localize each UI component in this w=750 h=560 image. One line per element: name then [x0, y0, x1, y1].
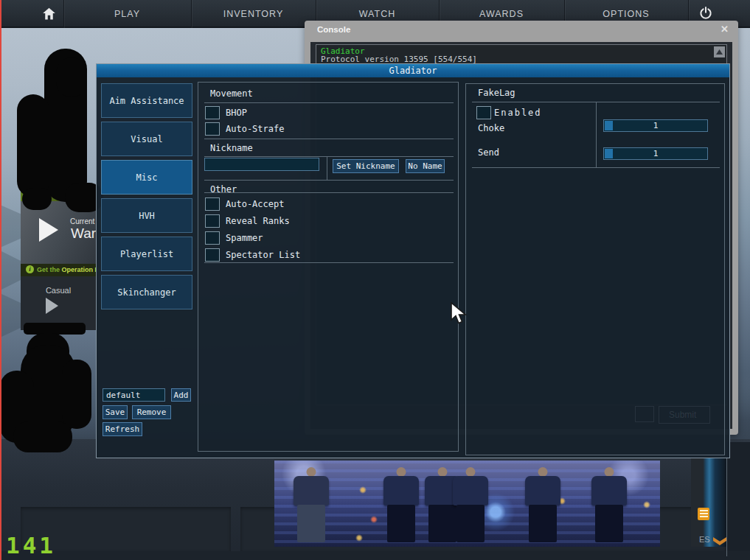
menu-title[interactable]: Gladiator [97, 64, 729, 77]
esports-team-photo [274, 461, 660, 547]
triangle-up-icon [716, 49, 723, 55]
home-icon[interactable] [41, 6, 57, 24]
watch-list-icon[interactable] [698, 508, 709, 520]
fakelag-panel: FakeLag Enabled Choke Send 1 1 [465, 83, 725, 455]
mouse-cursor [450, 302, 469, 327]
send-label: Send [478, 147, 499, 158]
remove-button[interactable]: Remove [132, 405, 171, 419]
game-screen: ES 141 Current War i Get the Operation P… [0, 0, 750, 560]
tab-misc[interactable]: Misc [101, 160, 192, 195]
tab-options[interactable]: OPTIONS [564, 9, 688, 19]
bottom-strip [0, 551, 750, 560]
checkbox-reveal-ranks-label: Reveal Ranks [226, 216, 290, 226]
checkbox-auto-accept-label: Auto-Accept [226, 199, 284, 209]
play-icon[interactable] [39, 218, 58, 242]
profile-name-input[interactable] [103, 388, 165, 402]
checkbox-reveal-ranks[interactable] [205, 214, 220, 228]
movement-header: Movement [210, 88, 253, 99]
choke-label: Choke [478, 123, 504, 133]
nickname-header: Nickname [210, 143, 253, 153]
checkbox-spammer[interactable] [205, 231, 220, 245]
tab-watch[interactable]: WATCH [316, 9, 439, 19]
right-dark-column [726, 442, 750, 560]
misc-content-panel: Movement BHOP Auto-Strafe Nickname Set N… [198, 82, 459, 452]
choke-slider[interactable]: 1 [603, 119, 708, 132]
checkbox-auto-strafe-label: Auto-Strafe [226, 124, 284, 134]
send-slider-value: 1 [604, 149, 707, 158]
ghost-field [635, 406, 654, 422]
fakelag-header: FakeLag [478, 88, 515, 98]
tab-inventory[interactable]: INVENTORY [191, 9, 316, 19]
gladiator-menu-window: Gladiator Aim Assistance Visual Misc HVH… [96, 63, 730, 458]
war-mode-label: War [71, 225, 96, 242]
ghost-submit-label: Submit [669, 410, 696, 420]
checkbox-auto-strafe[interactable] [205, 122, 220, 136]
tab-play[interactable]: PLAY [63, 9, 191, 19]
red-edge-line [0, 0, 1, 560]
es-label: ES [699, 535, 710, 544]
tab-awards[interactable]: AWARDS [439, 9, 564, 19]
tab-aim-assistance[interactable]: Aim Assistance [101, 83, 192, 118]
set-nickname-button[interactable]: Set Nickname [333, 159, 399, 173]
tab-hvh[interactable]: HVH [101, 198, 192, 233]
checkbox-bhop[interactable] [205, 106, 220, 119]
tab-playerlist[interactable]: Playerlist [101, 237, 192, 271]
checkbox-spectator-list[interactable] [205, 248, 220, 262]
tab-visual[interactable]: Visual [101, 122, 192, 156]
choke-slider-value: 1 [604, 121, 707, 130]
checkbox-spammer-label: Spammer [226, 233, 263, 243]
no-name-button[interactable]: No Name [406, 159, 445, 173]
checkbox-spectator-list-label: Spectator List [226, 250, 300, 260]
checkbox-auto-accept[interactable] [205, 197, 220, 211]
operation-text: Get the Operation P [37, 266, 100, 273]
send-slider[interactable]: 1 [603, 147, 708, 160]
fps-counter: 141 [6, 532, 56, 559]
console-title: Console [317, 25, 350, 34]
scroll-up-button[interactable] [714, 46, 725, 57]
checkbox-bhop-label: BHOP [226, 108, 247, 118]
current-label: Current [70, 217, 94, 225]
close-icon[interactable]: ✕ [721, 24, 729, 35]
casual-play-icon[interactable] [46, 298, 58, 314]
refresh-button[interactable]: Refresh [103, 422, 142, 436]
checkbox-fakelag-enabled-label: Enabled [494, 108, 542, 118]
checkbox-fakelag-enabled[interactable] [476, 106, 491, 119]
tab-skinchanger[interactable]: Skinchanger [101, 275, 192, 309]
add-button[interactable]: Add [171, 388, 191, 402]
photo-sliver [691, 458, 726, 547]
save-button[interactable]: Save [103, 405, 128, 419]
panel-border-line [726, 455, 727, 556]
casual-label: Casual [21, 286, 96, 295]
nickname-input[interactable] [204, 158, 319, 171]
info-icon: i [26, 265, 34, 273]
